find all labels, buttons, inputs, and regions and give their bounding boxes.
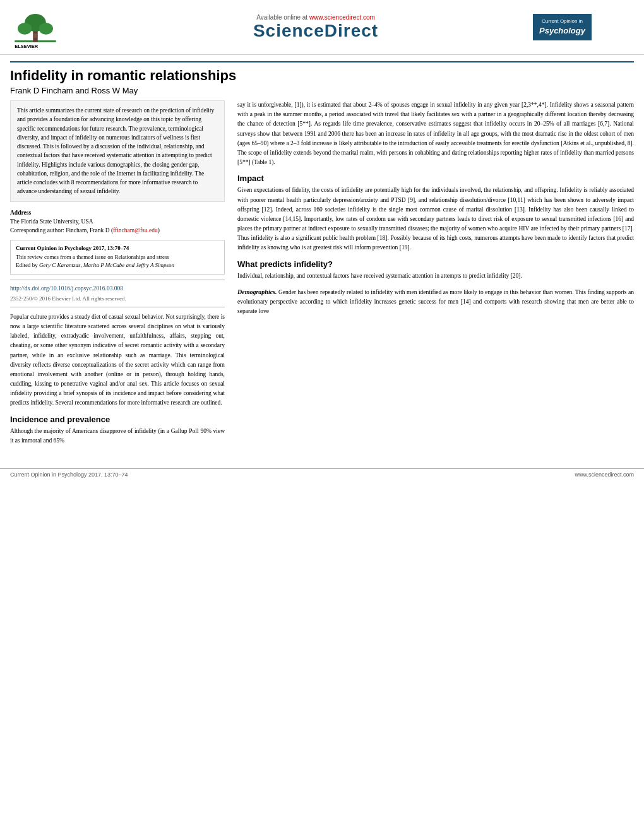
- address-section: Address The Florida State University, US…: [10, 208, 225, 235]
- article-authors: Frank D Fincham and Ross W May: [10, 86, 634, 95]
- two-column-layout: This article summarizes the current stat…: [10, 100, 634, 452]
- info-edited-label: Edited by Gery C Karantzas, Marita P McC…: [16, 261, 219, 270]
- corresponding-author-line: Corresponding author: Fincham, Frank D (…: [10, 226, 225, 235]
- address-text: The Florida State University, USA: [10, 217, 225, 226]
- edited-by-label: Edited by: [16, 262, 38, 268]
- what-predicts-paragraph: Individual, relationship, and contextual…: [237, 271, 634, 281]
- corresponding-author-text: Corresponding author: Fincham, Frank D (: [10, 227, 113, 234]
- info-box: Current Opinion in Psychology 2017, 13:7…: [10, 240, 225, 275]
- demographics-heading: Demographics.: [237, 288, 277, 295]
- available-label: Available online at: [256, 14, 307, 21]
- incidence-heading: Incidence and prevalence: [10, 415, 225, 424]
- right-column: say it is unforgiveable, [1]), it is est…: [237, 100, 634, 452]
- corresponding-close: ): [158, 227, 160, 234]
- page-header: ELSEVIER Available online at www.science…: [0, 0, 644, 55]
- journal-badge-area: Current Opinion in Psychology: [533, 14, 634, 40]
- abstract-text: This article summarizes the current stat…: [17, 107, 214, 194]
- info-editors: Gery C Karantzas, Marita P McCabe and Je…: [39, 262, 174, 268]
- address-label: Address: [10, 208, 225, 217]
- body-right-p1: say it is unforgiveable, [1]), it is est…: [237, 100, 634, 167]
- badge-top-text: Current Opinion in: [539, 18, 585, 25]
- article-title: Infidelity in romantic relationships: [10, 68, 634, 84]
- header-center: Available online at www.sciencedirect.co…: [98, 14, 533, 41]
- svg-text:ELSEVIER: ELSEVIER: [15, 44, 38, 49]
- body-left-p2: Although the majority of Americans disap…: [10, 427, 225, 446]
- left-column: This article summarizes the current stat…: [10, 100, 225, 452]
- sciencedirect-url[interactable]: www.sciencedirect.com: [309, 14, 375, 21]
- svg-point-3: [18, 23, 32, 35]
- info-review: This review comes from a themed issue on…: [16, 253, 219, 262]
- impact-paragraph: Given expectations of fidelity, the cost…: [237, 186, 634, 252]
- what-predicts-heading: What predicts infidelity?: [237, 259, 634, 269]
- demographics-text: Gender has been repeatedly related to in…: [237, 289, 634, 314]
- body-left-p1: Popular culture provides a steady diet o…: [10, 312, 225, 408]
- elsevier-logo-area: ELSEVIER: [10, 5, 98, 49]
- body-right-p1-text: say it is unforgiveable, [1]), it is est…: [237, 102, 634, 165]
- footer-right: www.sciencedirect.com: [575, 471, 634, 478]
- separator-2: [10, 307, 225, 307]
- demographics-paragraph: Demographics. Gender has been repeatedly…: [237, 287, 634, 317]
- doi-link[interactable]: http://dx.doi.org/10.1016/j.copsyc.2016.…: [10, 285, 123, 292]
- copyright-text: 2352-250/© 2016 Elsevier Ltd. All rights…: [10, 295, 225, 302]
- corresponding-email[interactable]: ffincham@fsu.edu: [113, 227, 158, 234]
- page-footer: Current Opinion in Psychology 2017, 13:7…: [0, 468, 644, 480]
- impact-heading: Impact: [237, 174, 634, 183]
- journal-badge: Current Opinion in Psychology: [533, 14, 592, 40]
- doi-section: http://dx.doi.org/10.1016/j.copsyc.2016.…: [10, 285, 225, 292]
- svg-point-4: [39, 23, 53, 35]
- badge-journal-title: Psychology: [539, 25, 585, 37]
- sciencedirect-brand: ScienceDirect: [98, 21, 533, 41]
- info-journal: Current Opinion in Psychology 2017, 13:7…: [16, 244, 219, 253]
- elsevier-logo: ELSEVIER: [10, 5, 98, 49]
- article-title-section: Infidelity in romantic relationships Fra…: [10, 61, 634, 95]
- article-container: Infidelity in romantic relationships Fra…: [0, 55, 644, 462]
- available-online-text: Available online at www.sciencedirect.co…: [98, 14, 533, 21]
- elsevier-tree-icon: ELSEVIER: [10, 5, 61, 49]
- separator: [10, 280, 225, 280]
- footer-left: Current Opinion in Psychology 2017, 13:7…: [10, 471, 128, 478]
- svg-point-5: [33, 33, 37, 38]
- abstract-box: This article summarizes the current stat…: [10, 100, 225, 202]
